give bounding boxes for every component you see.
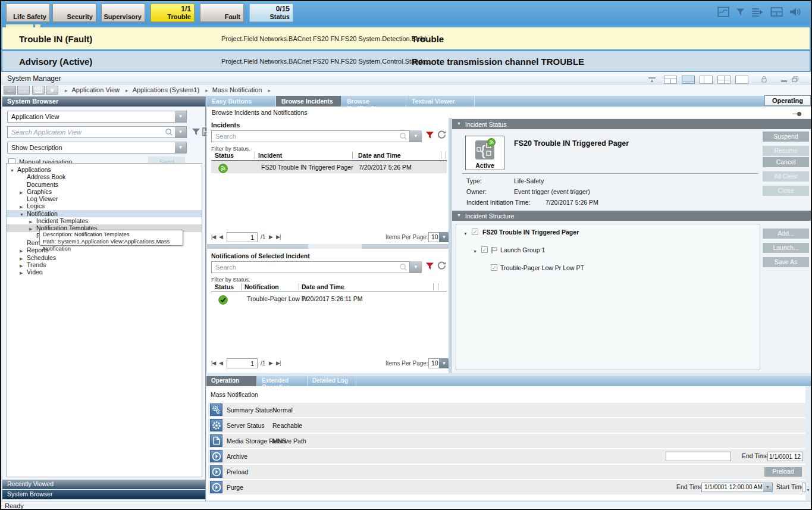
filter-red-icon[interactable] <box>425 130 434 141</box>
prev-page-icon[interactable]: ◀ <box>219 360 222 366</box>
tree-item-video[interactable]: Video <box>7 268 202 276</box>
chevron-down-icon[interactable] <box>175 111 186 122</box>
alarm-button-life-safety[interactable]: Life Safety <box>6 4 50 22</box>
vertical-scrollbar[interactable] <box>805 386 811 500</box>
notifications-search-input[interactable]: Search <box>211 261 410 273</box>
incident-status-header[interactable]: Incident Status <box>452 119 812 129</box>
prev-page-icon[interactable]: ◀ <box>219 234 222 240</box>
expander-icon[interactable] <box>463 230 468 238</box>
system-browser-header[interactable]: System Browser <box>2 96 205 107</box>
view-select[interactable]: Application View <box>7 111 187 123</box>
chevron-down-icon[interactable] <box>175 142 186 153</box>
tree-item-schedules[interactable]: Schedules <box>7 254 202 261</box>
structure-node-notification[interactable]: Trouble-Pager Low Pr Low PT <box>456 264 760 273</box>
forward-icon[interactable]: → <box>17 86 30 95</box>
tab-operation[interactable]: Operation <box>206 376 257 386</box>
checkbox-checked[interactable] <box>481 246 488 253</box>
back-icon[interactable]: ← <box>4 86 16 95</box>
chevron-down-icon[interactable] <box>175 127 186 137</box>
tab-easy-buttons[interactable]: Easy Buttons <box>206 96 276 107</box>
tab-extended-operation[interactable]: Extended Operation <box>257 376 308 386</box>
incident-row[interactable]: FS20 Trouble IN Triggered Pager 7/20/201… <box>211 161 447 173</box>
tab-detailed-log[interactable]: Detailed Log <box>308 376 356 386</box>
breadcrumb-item[interactable]: Application View <box>72 86 120 93</box>
first-page-icon[interactable]: |◀ <box>211 234 215 240</box>
tab-browse-incidents[interactable]: Browse Incidents <box>276 96 341 107</box>
incident-structure-header[interactable]: Incident Structure <box>452 211 812 221</box>
scroll-down-icon[interactable] <box>806 488 810 492</box>
tree-item-trends[interactable]: Trends <box>7 261 202 268</box>
last-page-icon[interactable]: ▶| <box>276 234 280 240</box>
last-page-icon[interactable]: ▶| <box>276 360 280 366</box>
description-select[interactable]: Show Description <box>7 142 187 154</box>
filter-icon[interactable] <box>192 127 200 139</box>
event-row-trouble[interactable]: Trouble IN (Fault) Project.Field Network… <box>2 27 810 49</box>
chevron-down-icon[interactable] <box>410 261 422 273</box>
checkbox-checked[interactable] <box>491 264 497 271</box>
notification-row[interactable]: Trouble-Pager Low Pr 7/20/2017 5:26:11 P… <box>211 293 447 305</box>
checkbox-checked[interactable] <box>472 229 478 235</box>
pin-icon[interactable] <box>792 112 802 116</box>
layout-grid-icon[interactable] <box>664 76 677 84</box>
alarm-button-security[interactable]: Security <box>52 4 96 22</box>
next-page-icon[interactable]: ▶ <box>269 234 272 240</box>
minimize-icon[interactable]: ▬ <box>781 77 787 83</box>
filter-icon[interactable] <box>736 7 745 19</box>
structure-node-launch-group[interactable]: Launch Group 1 <box>456 246 760 255</box>
breadcrumb-item[interactable]: Mass Notification <box>212 86 262 93</box>
suspend-button[interactable]: Suspend <box>763 132 809 142</box>
all-clear-button[interactable]: All Clear <box>763 171 809 182</box>
layout-split-horizontal-icon[interactable] <box>682 76 695 84</box>
layout-split-left-icon[interactable] <box>700 76 713 84</box>
alarm-button-status[interactable]: 0/15Status <box>249 4 293 22</box>
event-chart-icon[interactable] <box>717 7 729 20</box>
alarm-button-trouble[interactable]: 1/1Trouble <box>151 4 195 22</box>
chevron-down-icon[interactable] <box>439 232 449 242</box>
lock-icon[interactable] <box>761 74 767 85</box>
chevron-down-icon[interactable] <box>439 358 449 368</box>
next-page-icon[interactable]: ▶ <box>269 360 272 366</box>
purge-end-time-select[interactable]: 1/1/0001 12:00:00 AM <box>701 483 773 492</box>
filter-red-icon[interactable] <box>425 261 434 272</box>
refresh-icon[interactable] <box>437 261 447 271</box>
resume-button[interactable]: Resume <box>763 146 809 156</box>
system-browser-bar[interactable]: System Browser <box>2 490 205 499</box>
cancel-button[interactable]: Cancel <box>763 157 809 167</box>
tree-item-log-viewer[interactable]: Log Viewer <box>7 195 202 202</box>
structure-node-incident[interactable]: FS20 Trouble IN Triggered Pager <box>456 228 760 237</box>
notifications-page-input[interactable] <box>227 358 258 368</box>
layout-quad-icon[interactable] <box>717 76 731 84</box>
operating-mode-button[interactable]: Operating <box>764 95 811 106</box>
alarm-button-fault[interactable]: Fault <box>200 4 244 22</box>
alarm-button-supervisory[interactable]: Supervisory <box>101 4 145 22</box>
tab-textual-viewer[interactable]: Textual Viewer <box>406 96 475 107</box>
favorite-star-icon[interactable]: ★ <box>46 86 58 95</box>
close-button[interactable]: Close <box>763 186 809 196</box>
chevron-down-icon[interactable] <box>457 119 461 129</box>
tree-item-incident-templates[interactable]: Incident Templates <box>7 217 202 224</box>
refresh-icon[interactable] <box>437 130 447 140</box>
tab-browse-notifications[interactable]: Browse Notifications <box>341 96 406 107</box>
event-row-advisory[interactable]: Advisory (Active) Project.Field Networks… <box>2 51 810 71</box>
history-icon[interactable] <box>32 86 45 95</box>
tree-item-documents[interactable]: Documents <box>7 181 202 188</box>
tree-item-logics[interactable]: Logics <box>7 202 202 209</box>
tree-item-graphics[interactable]: Graphics <box>7 188 202 195</box>
chevron-down-icon[interactable] <box>410 130 422 142</box>
preload-button[interactable]: Preload <box>764 467 802 477</box>
window-layout-icon[interactable] <box>770 7 783 19</box>
incidents-page-input[interactable] <box>227 232 258 242</box>
expander-icon[interactable] <box>20 270 23 277</box>
recently-viewed-bar[interactable]: Recently Viewed <box>2 480 205 489</box>
archive-parameter-input[interactable] <box>666 452 731 461</box>
restore-icon[interactable] <box>792 74 799 85</box>
chevron-down-icon[interactable] <box>763 483 772 492</box>
expander-icon[interactable] <box>473 248 477 256</box>
speaker-icon[interactable] <box>789 7 801 20</box>
collapse-icon[interactable]: ▲ <box>648 77 656 83</box>
layout-single-icon[interactable] <box>735 76 748 84</box>
tree-item-applications[interactable]: Applications <box>7 166 202 173</box>
breadcrumb-item[interactable]: Applications (System1) <box>133 86 200 93</box>
tree-item-notification[interactable]: Notification <box>7 210 202 217</box>
horizontal-splitter[interactable] <box>207 244 449 249</box>
